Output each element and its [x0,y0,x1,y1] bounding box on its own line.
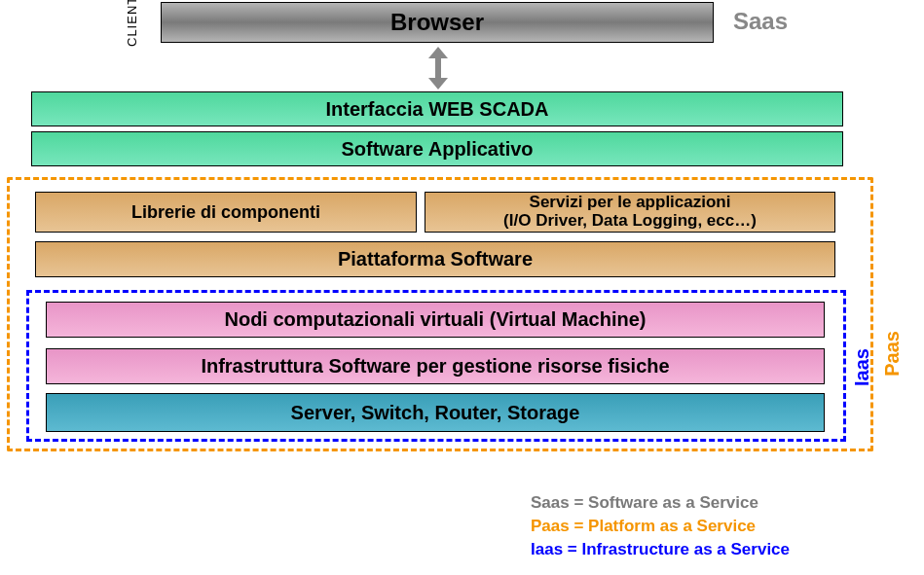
servizi-line2: (I/O Driver, Data Logging, ecc…) [503,212,757,231]
infra-layer: Infrastruttura Software per gestione ris… [46,348,825,384]
browser-layer: Browser [161,2,714,43]
iaas-side-label: Iaas [851,348,873,386]
legend-saas: Saas = Software as a Service [531,491,790,515]
software-app-layer: Software Applicativo [31,131,843,166]
bidirectional-arrow [428,47,448,90]
legend: Saas = Software as a Service Paas = Plat… [531,491,790,560]
saas-side-label: Saas [733,8,788,35]
web-scada-layer: Interfaccia WEB SCADA [31,91,843,126]
legend-iaas: Iaas = Infrastructure as a Service [531,538,790,561]
paas-side-label: Paas [881,331,904,377]
servizi-layer: Servizi per le applicazioni (I/O Driver,… [425,192,835,233]
librerie-layer: Librerie di componenti [35,192,417,233]
nodi-layer: Nodi computazionali virtuali (Virtual Ma… [46,302,825,338]
piattaforma-layer: Piattaforma Software [35,241,835,277]
server-layer: Server, Switch, Router, Storage [46,393,825,432]
servizi-line1: Servizi per le applicazioni [530,194,731,212]
client-label: CLIENT [125,0,139,47]
legend-paas: Paas = Platform as a Service [531,515,790,538]
